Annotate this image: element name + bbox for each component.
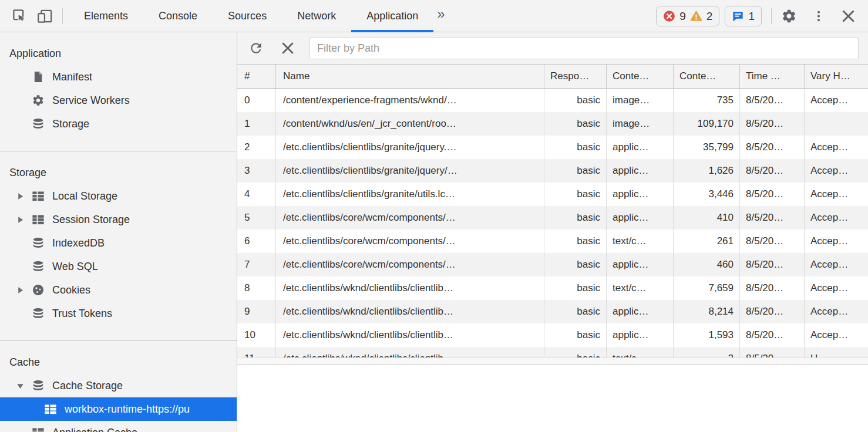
devtools-window: Elements Console Sources Network Applica… — [0, 0, 868, 432]
cell-response-type: basic — [544, 323, 607, 347]
cell-name: /etc.clientlibs/clientlibs/granite/jquer… — [276, 159, 544, 183]
toolbar-divider — [62, 8, 63, 24]
document-icon — [32, 70, 45, 83]
table-row[interactable]: 5 /etc.clientlibs/core/wcm/components/… … — [237, 206, 868, 230]
chevron-right-icon[interactable] — [16, 286, 32, 294]
cell-name: /etc.clientlibs/core/wcm/components/… — [276, 206, 544, 230]
chevron-down-icon[interactable] — [16, 382, 32, 390]
tab-sources[interactable]: Sources — [213, 0, 282, 32]
table-row[interactable]: 3 /etc.clientlibs/clientlibs/granite/jqu… — [237, 159, 868, 183]
filter-by-path-input[interactable] — [309, 37, 859, 59]
column-header-time-cached[interactable]: Time … — [740, 65, 805, 88]
table-header-row: # Name Respo… Conte… Conte… Time … Vary … — [237, 65, 868, 89]
cell-number: 7 — [237, 253, 276, 276]
table-row[interactable]: 8 /etc.clientlibs/wknd/clientlibs/client… — [237, 276, 868, 300]
console-messages-badge[interactable]: 1 — [725, 6, 762, 26]
sidebar-item-trust-tokens[interactable]: Trust Tokens — [0, 302, 237, 325]
table-row[interactable]: 10 /etc.clientlibs/wknd/clientlibs/clien… — [237, 323, 868, 347]
cell-content-type: applic… — [607, 323, 674, 347]
close-devtools-icon[interactable] — [840, 8, 856, 24]
sidebar-item-label: Manifest — [52, 71, 92, 83]
sidebar-item-cache-storage[interactable]: Cache Storage — [0, 374, 237, 397]
table-row[interactable]: 11 /etc.clientlibs/wknd/clientlibs/clien… — [237, 347, 868, 357]
column-header-response-type[interactable]: Respo… — [544, 65, 607, 88]
inspect-element-icon[interactable] — [12, 8, 28, 24]
sidebar-item-application-cache[interactable]: Application Cache — [0, 421, 237, 432]
cell-number: 9 — [237, 300, 276, 323]
cell-response-type: basic — [544, 253, 607, 276]
tab-application[interactable]: Application — [351, 0, 433, 32]
table-row[interactable]: 7 /etc.clientlibs/core/wcm/components/… … — [237, 253, 868, 276]
tab-elements[interactable]: Elements — [69, 0, 143, 32]
table-icon — [44, 403, 57, 416]
sidebar-section-application: Application Manifest Service Workers — [0, 32, 237, 151]
chevron-right-icon[interactable] — [16, 216, 32, 224]
cell-time-cached: 8/5/20… — [740, 136, 805, 159]
column-header-vary-header[interactable]: Vary H… — [805, 65, 868, 88]
more-tabs-icon[interactable]: » — [433, 0, 453, 32]
cell-number: 10 — [237, 323, 276, 347]
table-row[interactable]: 9 /etc.clientlibs/wknd/clientlibs/client… — [237, 300, 868, 323]
table-row[interactable]: 6 /etc.clientlibs/core/wcm/components/… … — [237, 230, 868, 253]
database-icon — [32, 379, 45, 392]
table-row[interactable]: 0 /content/experience-fragments/wknd/… b… — [237, 89, 868, 112]
table-row[interactable]: 4 /etc.clientlibs/clientlibs/granite/uti… — [237, 183, 868, 206]
cell-time-cached: 8/5/20… — [740, 276, 805, 300]
cell-time-cached: 8/5/20… — [740, 323, 805, 347]
sidebar-item-cookies[interactable]: Cookies — [0, 278, 237, 302]
sidebar-item-session-storage[interactable]: Session Storage — [0, 208, 237, 231]
cell-time-cached: 8/5/20… — [740, 159, 805, 183]
horizontal-scrollbar[interactable] — [237, 357, 868, 365]
sidebar-item-web-sql[interactable]: Web SQL — [0, 255, 237, 278]
database-icon — [32, 117, 45, 130]
cell-number: 6 — [237, 230, 276, 253]
cell-time-cached: 8/5/20… — [740, 347, 805, 357]
cell-response-type: basic — [544, 230, 607, 253]
tab-network[interactable]: Network — [282, 0, 351, 32]
column-header-name[interactable]: Name — [276, 65, 544, 88]
sidebar-item-label: Application Cache — [52, 427, 137, 432]
table-icon — [32, 190, 45, 203]
sidebar-item-manifest[interactable]: Manifest — [0, 65, 237, 89]
cell-content-length: 3,446 — [674, 183, 740, 206]
console-issues-badge[interactable]: 9 2 — [656, 6, 719, 26]
clear-icon[interactable] — [279, 39, 297, 57]
cell-content-type: text/c… — [607, 230, 674, 253]
device-toolbar-icon[interactable] — [37, 8, 53, 24]
sidebar-item-local-storage[interactable]: Local Storage — [0, 184, 237, 208]
cell-content-length: 35,799 — [674, 136, 740, 159]
cell-content-type: applic… — [607, 253, 674, 276]
cell-content-length: 2 — [674, 347, 740, 357]
cell-number: 8 — [237, 276, 276, 300]
settings-gear-icon[interactable] — [781, 8, 797, 24]
column-header-number[interactable]: # — [237, 65, 276, 88]
section-title: Application — [0, 42, 237, 65]
cell-vary-header: Accep… — [805, 253, 868, 276]
sidebar-item-label: Local Storage — [52, 190, 117, 203]
cell-name: /content/wknd/us/en/_jcr_content/roo… — [276, 112, 544, 136]
cell-content-type: applic… — [607, 183, 674, 206]
sidebar-item-storage[interactable]: Storage — [0, 112, 237, 136]
warning-count: 2 — [706, 11, 713, 22]
refresh-icon[interactable] — [247, 39, 265, 57]
cell-vary-header: Accep… — [805, 276, 868, 300]
sidebar-item-service-workers[interactable]: Service Workers — [0, 89, 237, 112]
cell-name: /content/experience-fragments/wknd/… — [276, 89, 544, 112]
sidebar-item-indexeddb[interactable]: IndexedDB — [0, 231, 237, 255]
cell-time-cached: 8/5/20… — [740, 89, 805, 112]
table-row[interactable]: 1 /content/wknd/us/en/_jcr_content/roo… … — [237, 112, 868, 136]
column-header-content-type[interactable]: Conte… — [607, 65, 674, 88]
cell-vary-header: U… — [805, 347, 868, 357]
cell-name: /etc.clientlibs/wknd/clientlibs/clientli… — [276, 300, 544, 323]
cell-time-cached: 8/5/20… — [740, 230, 805, 253]
more-options-kebab-icon[interactable] — [812, 8, 825, 24]
tab-console[interactable]: Console — [143, 0, 213, 32]
column-header-content-length[interactable]: Conte… — [674, 65, 740, 88]
table-row[interactable]: 2 /etc.clientlibs/clientlibs/granite/jqu… — [237, 136, 868, 159]
chevron-right-icon[interactable] — [16, 193, 32, 200]
sidebar-item-label: IndexedDB — [52, 237, 105, 249]
gear-icon — [32, 94, 45, 107]
sidebar-item-workbox-cache[interactable]: workbox-runtime-https://pu — [0, 397, 237, 421]
cell-time-cached: 8/5/20… — [740, 253, 805, 276]
cell-content-length: 109,170 — [674, 112, 740, 136]
